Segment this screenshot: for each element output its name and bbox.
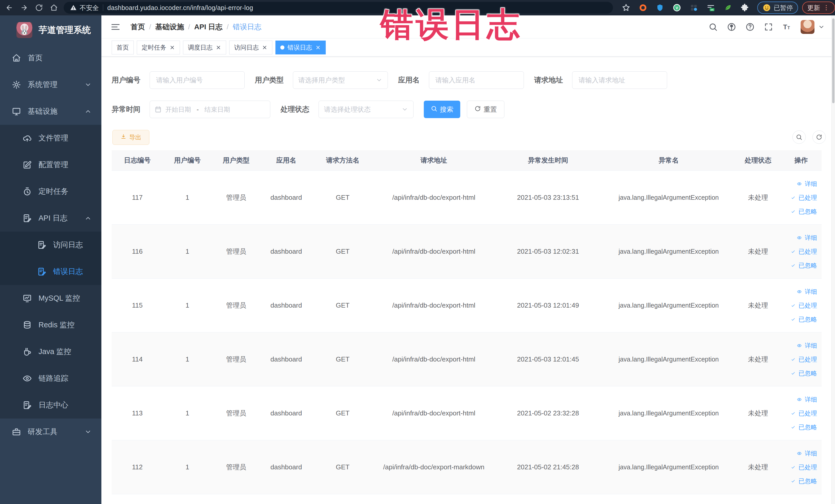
page-scrollbar[interactable] (831, 15, 835, 504)
gear-icon (12, 80, 21, 89)
log-icon (23, 401, 32, 410)
page-url[interactable]: dashboard.yudao.iocoder.cn/infra/log/api… (107, 4, 253, 12)
cell-exception: java.lang.IllegalArgumentException (602, 409, 735, 417)
security-warning-icon[interactable] (70, 4, 77, 11)
sidebar-item-定时任务[interactable]: 定时任务 (0, 178, 101, 205)
sidebar-item-链路追踪[interactable]: 链路追踪 (0, 365, 101, 392)
github-icon[interactable] (725, 21, 738, 33)
sidebar-item-配置管理[interactable]: 配置管理 (0, 152, 101, 178)
action-详细[interactable]: 详细 (797, 234, 817, 242)
scrollbar-thumb[interactable] (832, 19, 834, 103)
action-label: 详细 (805, 287, 817, 296)
exception-time-range-picker[interactable]: 开始日期 - 结束日期 (150, 101, 270, 118)
sidebar-item-基础设施[interactable]: 基础设施 (0, 98, 101, 125)
forward-button[interactable] (19, 2, 30, 13)
help-icon[interactable] (744, 21, 756, 33)
action-已处理[interactable]: 已处理 (791, 355, 817, 364)
paused-chip-label: 已暂停 (774, 4, 793, 12)
cell-user-type: 管理员 (212, 355, 261, 364)
grid-extension-icon[interactable] (688, 2, 699, 13)
home-button[interactable] (48, 2, 60, 13)
tag-定时任务[interactable]: 定时任务 (137, 41, 180, 55)
user-id-input[interactable] (150, 72, 245, 89)
back-button[interactable] (4, 2, 15, 13)
action-已处理[interactable]: 已处理 (791, 463, 817, 471)
tag-首页[interactable]: 首页 (111, 41, 134, 55)
address-bar[interactable]: 不安全 dashboard.yudao.iocoder.cn/infra/log… (64, 2, 613, 14)
extensions-puzzle-icon[interactable] (739, 2, 750, 13)
leaf-extension-icon[interactable] (722, 2, 733, 13)
action-已忽略[interactable]: 已忽略 (791, 423, 817, 431)
action-已处理[interactable]: 已处理 (791, 301, 817, 310)
action-详细[interactable]: 详细 (797, 449, 817, 458)
cell-method: GET (312, 194, 373, 202)
sidebar-item-文件管理[interactable]: 文件管理 (0, 125, 101, 152)
update-chip[interactable]: 更新 (802, 2, 835, 14)
close-icon[interactable] (262, 45, 267, 50)
action-详细[interactable]: 详细 (797, 287, 817, 296)
cell-time: 2021-05-03 12:01:45 (494, 355, 602, 363)
check-icon (791, 316, 797, 322)
sidebar-item-系统管理[interactable]: 系统管理 (0, 72, 101, 98)
hamburger-icon[interactable] (110, 21, 122, 33)
filter-row-2: 异常时间 开始日期 - 结束日期 处理状态 请选择处理状态 搜索 重置 (111, 101, 504, 118)
column-header-用户编号: 用户编号 (163, 156, 212, 165)
close-icon[interactable] (169, 45, 175, 50)
sidebar-item-Java 监控[interactable]: Java 监控 (0, 338, 101, 365)
sidebar-item-访问日志[interactable]: 访问日志 (0, 231, 101, 258)
reset-button[interactable]: 重置 (467, 101, 504, 118)
cell-url: /api/infra/db-doc/export-markdown (373, 463, 494, 471)
font-size-icon[interactable]: TT (780, 21, 793, 33)
export-button[interactable]: 导出 (113, 130, 149, 145)
toggle-search-button[interactable] (792, 130, 806, 144)
request-url-input[interactable] (572, 72, 667, 89)
action-详细[interactable]: 详细 (797, 396, 817, 404)
sidebar-item-MySQL 监控[interactable]: MySQL 监控 (0, 285, 101, 312)
action-已忽略[interactable]: 已忽略 (791, 261, 817, 269)
action-已忽略[interactable]: 已忽略 (791, 207, 817, 216)
sidebar-item-首页[interactable]: 首页 (0, 45, 101, 72)
vue-devtools-icon[interactable]: V (672, 2, 682, 13)
caret-down-icon[interactable] (818, 24, 825, 30)
bookmark-star-icon[interactable] (621, 2, 631, 13)
switch-on-extension-icon[interactable]: on (705, 2, 716, 13)
sidebar-item-研发工具[interactable]: 研发工具 (0, 419, 101, 445)
action-已处理[interactable]: 已处理 (791, 194, 817, 202)
action-已处理[interactable]: 已处理 (791, 409, 817, 418)
check-icon (791, 424, 797, 430)
user-avatar[interactable] (801, 20, 814, 34)
search-button[interactable]: 搜索 (424, 101, 460, 118)
breadcrumb-item[interactable]: 首页 (131, 22, 145, 32)
sidebar-item-日志中心[interactable]: 日志中心 (0, 392, 101, 419)
browser-menu-icon[interactable] (823, 4, 830, 11)
paused-chip[interactable]: 已暂停 (757, 2, 798, 14)
logo-row[interactable]: 🐰 芋道管理系统 (0, 15, 101, 45)
sidebar-item-API 日志[interactable]: API 日志 (0, 205, 101, 231)
user-type-select[interactable]: 请选择用户类型 (293, 72, 388, 89)
reload-button[interactable] (33, 2, 45, 13)
app-name-input[interactable] (429, 72, 524, 89)
search-icon[interactable] (707, 21, 719, 33)
action-详细[interactable]: 详细 (797, 341, 817, 350)
refresh-table-button[interactable] (812, 130, 826, 144)
cell-method: GET (312, 355, 373, 363)
process-status-select[interactable]: 请选择处理状态 (319, 101, 413, 118)
close-icon[interactable] (216, 45, 221, 50)
action-已忽略[interactable]: 已忽略 (791, 369, 817, 378)
filter-row-1: 用户编号 用户类型 请选择用户类型 应用名 请求地址 (111, 72, 677, 89)
action-已处理[interactable]: 已处理 (791, 247, 817, 256)
blue-shield-extension-icon[interactable] (655, 2, 665, 13)
breadcrumb-item[interactable]: 基础设施 (155, 22, 184, 32)
tag-访问日志[interactable]: 访问日志 (229, 41, 272, 55)
sidebar-item-Redis 监控[interactable]: Redis 监控 (0, 312, 101, 338)
action-已忽略[interactable]: 已忽略 (791, 477, 817, 485)
sidebar-item-错误日志[interactable]: 错误日志 (0, 258, 101, 285)
breadcrumb-item[interactable]: API 日志 (194, 22, 223, 32)
close-icon[interactable] (315, 45, 321, 50)
action-已忽略[interactable]: 已忽略 (791, 315, 817, 323)
tag-调度日志[interactable]: 调度日志 (183, 41, 226, 55)
tag-错误日志[interactable]: 错误日志 (276, 41, 326, 55)
fullscreen-icon[interactable] (762, 21, 775, 33)
orange-ring-extension-icon[interactable] (638, 2, 648, 13)
action-详细[interactable]: 详细 (797, 180, 817, 188)
